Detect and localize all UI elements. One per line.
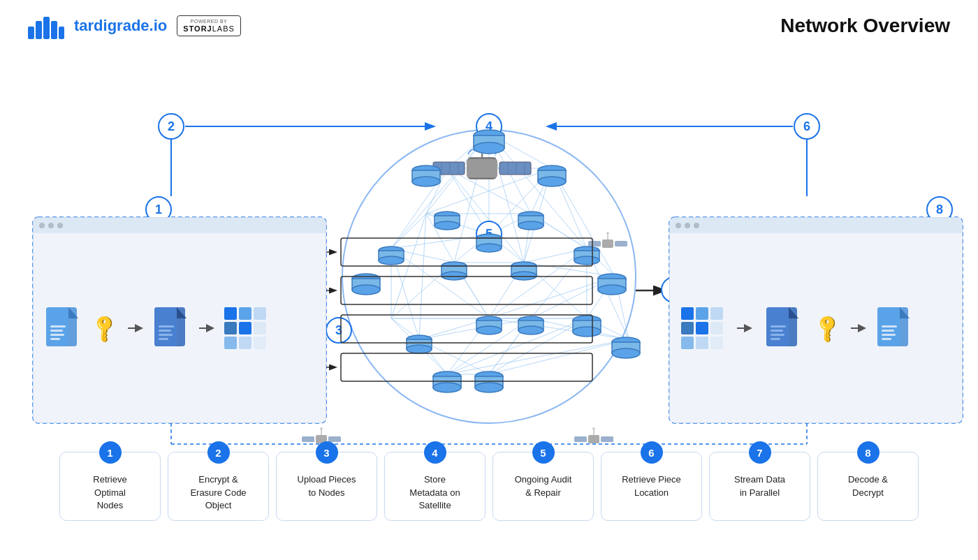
svg-point-190 (511, 272, 537, 280)
encrypt-arrow (126, 321, 146, 335)
step-label-8: Decode &Decrypt (848, 473, 888, 499)
logo-icon (28, 13, 64, 39)
svg-line-46 (419, 318, 531, 339)
svg-line-64 (391, 214, 426, 249)
right-browser-titlebar (670, 218, 962, 233)
svg-rect-1 (36, 21, 42, 39)
right-browser-dot-3 (694, 223, 699, 228)
num-circle-6: 6 (794, 113, 820, 140)
svg-line-41 (489, 318, 587, 374)
svg-point-208 (379, 256, 404, 265)
step-badge-2: 2 (207, 441, 230, 464)
browser-dot-1 (39, 223, 45, 228)
svg-rect-207 (379, 251, 404, 260)
num-circle-4: 4 (476, 113, 502, 140)
svg-rect-0 (28, 27, 34, 39)
svg-line-76 (524, 214, 531, 263)
svg-point-161 (538, 165, 566, 175)
decrypt-arrow (849, 321, 869, 335)
svg-rect-150 (601, 436, 613, 442)
right-browser: 🔑 (669, 217, 963, 423)
svg-line-58 (391, 318, 419, 339)
svg-rect-174 (475, 376, 503, 388)
node-top-right (538, 165, 566, 186)
svg-rect-128 (882, 330, 894, 332)
svg-rect-134 (499, 162, 531, 175)
svg-rect-213 (518, 320, 543, 330)
svg-point-170 (612, 337, 640, 347)
right-browser-dot-2 (685, 223, 690, 228)
svg-rect-4 (59, 27, 64, 39)
encrypted-doc-icon (153, 306, 191, 351)
svg-line-38 (489, 318, 629, 339)
num-label-1: 1 (155, 202, 162, 217)
svg-rect-162 (538, 170, 566, 182)
svg-rect-103 (50, 330, 63, 332)
labs-text: LABS (212, 24, 235, 33)
svg-rect-216 (341, 277, 592, 304)
svg-point-203 (435, 212, 460, 220)
node-mid-9 (407, 335, 432, 353)
step-label-5: Ongoing Audit& Repair (515, 473, 572, 499)
erasure-grid (224, 307, 266, 349)
received-grid (681, 307, 723, 349)
step-badge-7: 7 (749, 441, 771, 464)
node-bottom-left (433, 371, 461, 392)
node-mid-5 (518, 212, 543, 230)
svg-rect-3 (51, 21, 57, 39)
to-grid-arrow (198, 321, 217, 335)
browser-dot-2 (48, 223, 54, 228)
step-box-6: 6 Retrieve PieceLocation (601, 452, 702, 521)
num-label-5: 5 (486, 227, 492, 242)
svg-point-205 (435, 221, 460, 230)
svg-rect-133 (433, 162, 465, 175)
step-box-8: 8 Decode &Decrypt (817, 452, 919, 521)
svg-line-26 (489, 249, 587, 318)
header: tardigrade.io POWERED BY STORJ LABS Netw… (0, 0, 978, 46)
svg-rect-148 (588, 435, 599, 443)
svg-rect-195 (476, 320, 502, 330)
svg-rect-189 (511, 266, 537, 276)
svg-line-27 (524, 249, 587, 263)
step-badge-3: 3 (316, 441, 338, 464)
svg-rect-127 (882, 325, 897, 327)
step-boxes: 1 RetrieveOptimalNodes 2 Encrypt &Erasur… (0, 452, 978, 521)
svg-line-81 (454, 263, 489, 318)
svg-point-164 (598, 274, 626, 283)
svg-rect-154 (302, 436, 314, 442)
svg-point-181 (352, 285, 380, 295)
svg-rect-102 (50, 325, 66, 327)
svg-rect-218 (341, 353, 592, 381)
num-label-8: 8 (936, 202, 943, 217)
browser-dot-3 (57, 223, 63, 228)
svg-line-51 (391, 249, 489, 318)
svg-rect-204 (435, 216, 460, 226)
svg-line-44 (489, 318, 531, 374)
svg-point-152 (592, 427, 595, 430)
step-label-3: Upload Piecesto Nodes (298, 473, 356, 499)
step-label-7: Stream Datain Parallel (734, 473, 785, 499)
svg-rect-143 (602, 240, 613, 248)
svg-line-34 (587, 318, 629, 339)
original-doc-icon (45, 306, 82, 351)
svg-line-82 (524, 263, 587, 318)
step-badge-4: 4 (424, 441, 446, 464)
decode-arrow (736, 321, 755, 335)
svg-point-157 (320, 427, 323, 430)
powered-by-text: POWERED BY (191, 19, 227, 24)
svg-point-211 (407, 345, 432, 353)
right-encrypted-doc (765, 306, 803, 351)
step-badge-6: 6 (641, 441, 663, 464)
svg-line-56 (419, 339, 489, 374)
svg-rect-2 (43, 17, 50, 39)
svg-rect-217 (341, 315, 592, 343)
svg-rect-129 (882, 334, 896, 336)
svg-rect-122 (771, 338, 780, 340)
num-label-6: 6 (803, 119, 810, 134)
svg-line-66 (391, 249, 454, 263)
svg-point-194 (476, 316, 502, 325)
svg-point-147 (606, 232, 609, 235)
svg-point-209 (407, 335, 432, 344)
node-left (352, 274, 380, 295)
satellite-small-2 (573, 427, 615, 455)
